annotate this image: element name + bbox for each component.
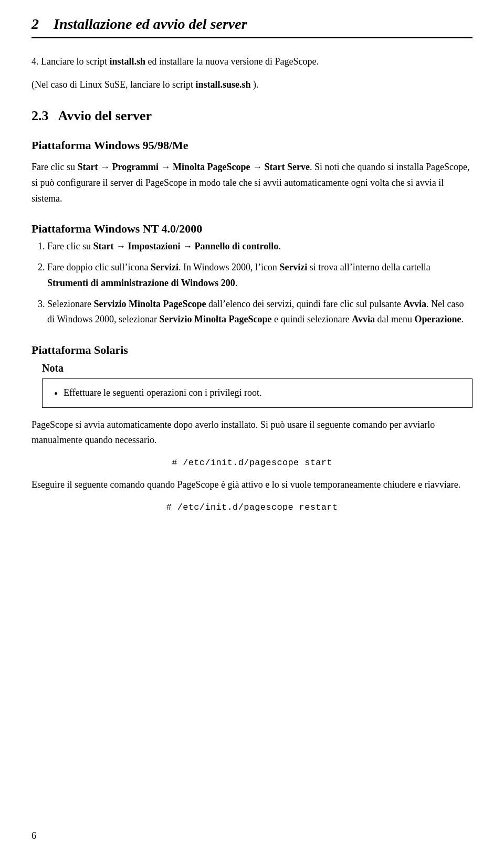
chapter-title-text: Installazione ed avvio del server bbox=[54, 16, 247, 32]
nt-step2-pre: Fare doppio clic sull’icona bbox=[47, 262, 151, 272]
nt-step3-bold1: Servizio Minolta PageScope bbox=[93, 299, 206, 309]
page-number: 6 bbox=[32, 830, 36, 842]
w98-text-pre: Fare clic su bbox=[32, 162, 77, 172]
note-text: Effettuare le seguenti operazioni con i … bbox=[64, 387, 262, 398]
code-block-2: # /etc/init.d/pagescope restart bbox=[32, 502, 472, 512]
nt-step1-arrow2: → bbox=[180, 241, 194, 251]
nt-step1-bold1: Start bbox=[93, 241, 113, 251]
w98-serve: Start Serve bbox=[265, 162, 310, 172]
nt-step1-pre: Fare clic su bbox=[47, 241, 93, 251]
intro-suse-text: (Nel caso di Linux SuSE, lanciare lo scr… bbox=[32, 79, 195, 90]
footer-text1: PageScope si avvia automaticamente dopo … bbox=[32, 417, 472, 448]
section-label: 2.3 bbox=[32, 108, 49, 123]
nt-step-3: Selezionare Servizio Minolta PageScope d… bbox=[47, 297, 472, 328]
intro-suse: (Nel caso di Linux SuSE, lanciare lo scr… bbox=[32, 77, 472, 93]
intro-section: 4. Lanciare lo script install.sh ed inst… bbox=[32, 54, 472, 92]
chapter-title: 2 Installazione ed avvio del server bbox=[32, 16, 247, 32]
intro-suse-end: ). bbox=[253, 79, 259, 90]
intro-item4-rest: ed installare la nuova versione di PageS… bbox=[148, 56, 318, 67]
nt-step3-bold3: Servizio Minolta PageScope bbox=[159, 314, 271, 324]
nt-step3-mid3: e quindi selezionare bbox=[271, 314, 352, 324]
w98-programmi: Programmi bbox=[112, 162, 159, 172]
footer-text2-content: Eseguire il seguente comando quando Page… bbox=[32, 479, 460, 490]
nt-step1-bold2: Impostazioni bbox=[128, 241, 180, 251]
section-title-text: Avvio del server bbox=[58, 108, 152, 123]
platform-solaris-title: Piattaforma Solaris bbox=[32, 343, 472, 357]
w98-minolta: Minolta PageScope bbox=[173, 162, 250, 172]
nt-step3-end: dal menu bbox=[375, 314, 414, 324]
windows-9598-text: Fare clic su Start → Programmi → Minolta… bbox=[32, 160, 472, 206]
platform-solaris-label: Piattaforma Solaris bbox=[32, 343, 128, 356]
nt-step3-final: . bbox=[461, 314, 464, 324]
nt-step3-bold2: Avvia bbox=[403, 299, 426, 309]
nt-step-1: Fare clic su Start → Impostazioni → Pann… bbox=[47, 239, 472, 255]
note-list: Effettuare le seguenti operazioni con i … bbox=[64, 385, 463, 401]
nt-step1-arrow1: → bbox=[113, 241, 128, 251]
nt-step3-mid1: dall’elenco dei servizi, quindi fare cli… bbox=[206, 299, 403, 309]
nt-step2-final: . bbox=[235, 278, 238, 288]
nt-step3-pre: Selezionare bbox=[47, 299, 93, 309]
note-box: Effettuare le seguenti operazioni con i … bbox=[42, 378, 472, 408]
nt-step3-bold4: Avvia bbox=[352, 314, 375, 324]
nt-step2-rest: si trova all’interno della cartella bbox=[307, 262, 430, 272]
w98-arrow2: → bbox=[159, 162, 173, 172]
platform-windows-9598-title: Piattaforma Windows 95/98/Me bbox=[32, 139, 472, 152]
nt-step1-end: . bbox=[278, 241, 281, 251]
note-item: Effettuare le seguenti operazioni con i … bbox=[64, 385, 463, 401]
w98-start: Start bbox=[77, 162, 98, 172]
w98-arrow3: → bbox=[250, 162, 265, 172]
code-block-1: # /etc/init.d/pagescope start bbox=[32, 458, 472, 468]
w98-arrow1: → bbox=[98, 162, 112, 172]
chapter-header: 2 Installazione ed avvio del server bbox=[32, 16, 472, 38]
footer-text1-content: PageScope si avvia automaticamente dopo … bbox=[32, 419, 435, 446]
intro-item4-label: 4. Lanciare lo script bbox=[32, 56, 107, 67]
footer-text2: Eseguire il seguente comando quando Page… bbox=[32, 477, 472, 493]
nt-step2-end: . In Windows 2000, l’icon bbox=[178, 262, 279, 272]
section-23-title: 2.3 Avvio del server bbox=[32, 108, 472, 124]
nt-step2-bold3: Strumenti di amministrazione di Windows … bbox=[47, 278, 235, 288]
platform-windows-nt-title: Piattaforma Windows NT 4.0/2000 bbox=[32, 222, 472, 236]
installsh-bold: install.sh bbox=[109, 56, 145, 67]
intro-item4: 4. Lanciare lo script install.sh ed inst… bbox=[32, 54, 472, 70]
installsuse-bold: install.suse.sh bbox=[195, 79, 250, 90]
nt-step2-bold1: Servizi bbox=[151, 262, 178, 272]
chapter-number: 2 bbox=[32, 16, 39, 32]
windows-nt-steps: Fare clic su Start → Impostazioni → Pann… bbox=[47, 239, 472, 327]
page: 2 Installazione ed avvio del server 4. L… bbox=[0, 0, 504, 852]
platform-windows-9598-label: Piattaforma Windows 95/98/Me bbox=[32, 139, 188, 152]
nt-step1-bold3: Pannello di controllo bbox=[194, 241, 278, 251]
platform-nt-label: Piattaforma Windows NT 4.0/2000 bbox=[32, 222, 202, 235]
note-label-text: Nota bbox=[42, 362, 64, 374]
nt-step2-bold2: Servizi bbox=[279, 262, 307, 272]
nt-step3-bold5: Operazione bbox=[415, 314, 461, 324]
note-label: Nota bbox=[42, 362, 472, 374]
nt-step-2: Fare doppio clic sull’icona Servizi. In … bbox=[47, 260, 472, 291]
